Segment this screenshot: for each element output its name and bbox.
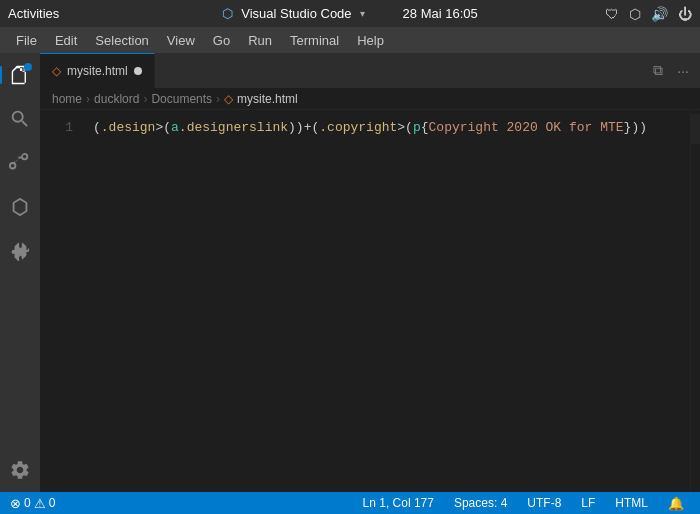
system-bar: Activities ⬡ Visual Studio Code ▾ 28 Mai… — [0, 0, 700, 27]
run-debug-icon[interactable] — [6, 193, 34, 221]
cursor-position[interactable]: Ln 1, Col 177 — [359, 492, 438, 514]
editor-content[interactable]: 1 (.design>(a.designerslink))+(.copyrigh… — [40, 110, 700, 492]
breadcrumb-sep-1: › — [86, 92, 90, 106]
breadcrumb-ducklord[interactable]: ducklord — [94, 92, 139, 106]
scrollbar[interactable] — [690, 110, 700, 492]
error-count: 0 — [24, 496, 31, 510]
menu-file[interactable]: File — [8, 31, 45, 50]
source-control-icon[interactable] — [6, 149, 34, 177]
explorer-icon[interactable] — [6, 61, 34, 89]
menu-edit[interactable]: Edit — [47, 31, 85, 50]
split-editor-button[interactable]: ⧉ — [648, 59, 668, 82]
tab-filename: mysite.html — [67, 64, 128, 78]
breadcrumb: home › ducklord › Documents › ◇ mysite.h… — [40, 88, 700, 110]
main-layout: ◇ mysite.html ⧉ ··· home › ducklord › Do… — [0, 53, 700, 492]
volume-tray-icon: 🔊 — [651, 6, 668, 22]
encoding-setting[interactable]: UTF-8 — [523, 492, 565, 514]
system-bar-center: ⬡ Visual Studio Code ▾ 28 Mai 16:05 — [222, 6, 478, 21]
tab-modified-dot — [134, 67, 142, 75]
breadcrumb-sep-3: › — [216, 92, 220, 106]
system-bar-right: 🛡 ⬡ 🔊 ⏻ — [605, 6, 692, 22]
code-area[interactable]: (.design>(a.designerslink))+(.copyright>… — [85, 110, 690, 492]
notifications-icon[interactable]: 🔔 — [664, 492, 688, 514]
language-mode[interactable]: HTML — [611, 492, 652, 514]
line-number-1: 1 — [40, 118, 73, 138]
settings-icon[interactable] — [6, 456, 34, 484]
warning-count: 0 — [49, 496, 56, 510]
minimap[interactable] — [691, 114, 700, 144]
network-tray-icon: ⬡ — [629, 6, 641, 22]
tab-file-icon: ◇ — [52, 64, 61, 78]
datetime: 28 Mai 16:05 — [403, 6, 478, 21]
breadcrumb-file-icon: ◇ — [224, 92, 233, 106]
status-bar: ⊗ 0 ⚠ 0 Ln 1, Col 177 Spaces: 4 UTF-8 LF… — [0, 492, 700, 514]
breadcrumb-documents[interactable]: Documents — [151, 92, 212, 106]
app-title: Visual Studio Code — [241, 6, 351, 21]
editor-area: ◇ mysite.html ⧉ ··· home › ducklord › Do… — [40, 53, 700, 492]
menu-bar: File Edit Selection View Go Run Terminal… — [0, 27, 700, 53]
warning-icon: ⚠ — [34, 496, 46, 511]
activities-label[interactable]: Activities — [8, 6, 59, 21]
breadcrumb-filename[interactable]: mysite.html — [237, 92, 298, 106]
activity-bar — [0, 53, 40, 492]
line-numbers: 1 — [40, 110, 85, 492]
menu-selection[interactable]: Selection — [87, 31, 156, 50]
spaces-setting[interactable]: Spaces: 4 — [450, 492, 511, 514]
tab-actions: ⧉ ··· — [648, 53, 700, 88]
tab-bar: ◇ mysite.html ⧉ ··· — [40, 53, 700, 88]
search-icon[interactable] — [6, 105, 34, 133]
system-bar-left: Activities — [8, 6, 59, 21]
power-tray-icon: ⏻ — [678, 6, 692, 22]
extensions-icon[interactable] — [6, 237, 34, 265]
breadcrumb-sep-2: › — [143, 92, 147, 106]
error-icon: ⊗ — [10, 496, 21, 511]
status-left: ⊗ 0 ⚠ 0 — [0, 492, 59, 514]
breadcrumb-home[interactable]: home — [52, 92, 82, 106]
menu-terminal[interactable]: Terminal — [282, 31, 347, 50]
errors-status[interactable]: ⊗ 0 ⚠ 0 — [6, 492, 59, 514]
menu-view[interactable]: View — [159, 31, 203, 50]
explorer-badge — [24, 63, 32, 71]
status-right: Ln 1, Col 177 Spaces: 4 UTF-8 LF HTML 🔔 — [359, 492, 700, 514]
editor-tab[interactable]: ◇ mysite.html — [40, 53, 155, 88]
menu-go[interactable]: Go — [205, 31, 238, 50]
chevron-down-icon: ▾ — [360, 8, 365, 19]
more-actions-button[interactable]: ··· — [672, 60, 694, 82]
app-icon: ⬡ — [222, 6, 233, 21]
shield-tray-icon: 🛡 — [605, 6, 619, 22]
menu-run[interactable]: Run — [240, 31, 280, 50]
menu-help[interactable]: Help — [349, 31, 392, 50]
line-ending-setting[interactable]: LF — [577, 492, 599, 514]
code-line-1: (.design>(a.designerslink))+(.copyright>… — [93, 118, 690, 138]
